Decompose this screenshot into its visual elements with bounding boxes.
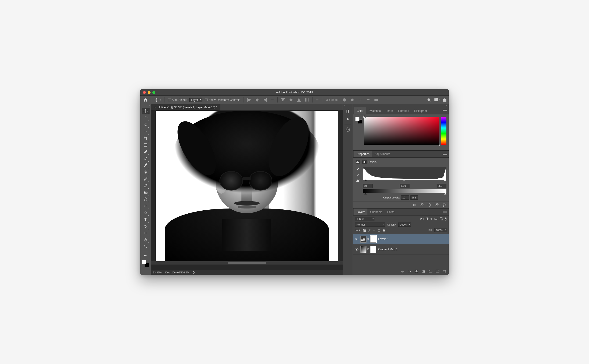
lock-transparent-icon[interactable]	[363, 229, 366, 232]
new-adjustment-icon[interactable]	[422, 270, 425, 273]
blend-mode-select[interactable]: Normal	[355, 222, 385, 227]
saturation-brightness-box[interactable]	[364, 117, 439, 145]
zoom-level[interactable]: 33.33%	[153, 271, 161, 274]
sample-white-eyedropper-icon[interactable]	[356, 167, 360, 171]
tab-libraries[interactable]: Libraries	[396, 107, 411, 114]
clip-to-layer-icon[interactable]	[412, 203, 416, 207]
doc-size[interactable]: Doc: 206.9M/206.9M	[165, 271, 189, 274]
output-white-slider[interactable]	[444, 193, 446, 195]
tab-paths[interactable]: Paths	[385, 208, 397, 215]
edit-toolbar[interactable]: ⋯	[142, 252, 150, 259]
tab-histogram[interactable]: Histogram	[412, 107, 429, 114]
filter-shape-icon[interactable]	[434, 217, 438, 221]
color-panel-menu[interactable]	[443, 110, 447, 112]
reset-icon[interactable]	[427, 203, 431, 207]
tab-adjustments[interactable]: Adjustments	[372, 151, 392, 157]
input-black-slider[interactable]	[365, 179, 367, 181]
close-window[interactable]	[143, 91, 146, 94]
sample-gray-eyedropper-icon[interactable]	[356, 173, 360, 177]
toggle-visibility-icon[interactable]	[420, 203, 424, 207]
lock-image-icon[interactable]	[368, 229, 371, 232]
share-icon[interactable]	[443, 98, 447, 102]
input-white-value[interactable]: 255	[437, 184, 446, 188]
lock-all-icon[interactable]	[382, 229, 385, 232]
align-left-icon[interactable]	[246, 98, 253, 102]
layer-name[interactable]: Levels 1	[378, 237, 389, 241]
dodge-tool[interactable]	[142, 203, 150, 209]
home-button[interactable]	[142, 98, 149, 102]
hand-tool[interactable]	[142, 236, 150, 243]
search-icon[interactable]	[427, 98, 431, 102]
clone-stamp-tool[interactable]	[142, 169, 150, 175]
adjustment-thumb[interactable]	[360, 246, 367, 253]
rectangle-tool[interactable]	[142, 230, 150, 236]
zoom-window[interactable]	[152, 91, 155, 94]
auto-select-target[interactable]: Layer	[189, 98, 202, 102]
layer-visibility-icon[interactable]	[355, 238, 359, 240]
move-tool[interactable]	[142, 108, 150, 114]
blur-tool[interactable]	[142, 196, 150, 202]
crop-tool[interactable]	[142, 135, 150, 142]
mask-link-icon[interactable]: ⧉	[368, 248, 369, 251]
delete-layer-icon[interactable]	[443, 270, 446, 273]
align-hcenter-icon[interactable]	[254, 98, 261, 102]
layers-panel-menu[interactable]	[443, 211, 447, 213]
fgbg-swatches[interactable]	[142, 260, 149, 267]
align-top-icon[interactable]	[280, 98, 287, 102]
brush-tool[interactable]	[142, 162, 150, 169]
tab-swatches[interactable]: Swatches	[366, 107, 383, 114]
align-more-icon[interactable]: ⋯	[269, 98, 275, 102]
navigator-wheel-icon[interactable]	[344, 126, 352, 133]
filter-type-icon[interactable]: T	[430, 217, 432, 221]
canvas[interactable]	[156, 111, 338, 261]
3d-pan-icon[interactable]	[357, 98, 364, 102]
healing-brush-tool[interactable]	[142, 155, 150, 162]
lock-artboard-icon[interactable]	[377, 229, 381, 232]
input-gamma-slider[interactable]	[403, 179, 405, 181]
3d-roll-icon[interactable]	[349, 98, 356, 102]
gradient-tool[interactable]	[142, 189, 150, 196]
3d-slide-icon[interactable]	[365, 98, 372, 102]
new-layer-icon[interactable]	[436, 270, 439, 273]
output-black-value[interactable]: 10	[401, 195, 409, 200]
filter-adjustment-icon[interactable]	[425, 217, 429, 221]
more-options-icon[interactable]: ⋯	[314, 98, 321, 102]
align-vcenter-icon[interactable]	[288, 98, 294, 102]
3d-camera-icon[interactable]	[373, 98, 380, 102]
brush-settings-icon[interactable]	[344, 108, 352, 115]
output-black-slider[interactable]	[364, 193, 367, 195]
color-fgbg-swatches[interactable]	[355, 117, 362, 124]
tab-learn[interactable]: Learn	[384, 107, 395, 114]
quick-select-tool[interactable]	[142, 128, 150, 135]
tab-channels[interactable]: Channels	[368, 208, 384, 215]
output-white-value[interactable]: 255	[410, 195, 418, 200]
layer-filter-kind[interactable]: Kind	[355, 217, 375, 221]
properties-panel-menu[interactable]	[443, 153, 447, 155]
layer-visibility-icon[interactable]	[355, 248, 359, 251]
preview-eye-icon[interactable]	[435, 203, 439, 207]
add-mask-icon[interactable]	[415, 270, 418, 273]
delete-adjustment-icon[interactable]	[442, 203, 446, 207]
layer-row[interactable]: ⧉ Levels 1	[353, 234, 449, 244]
opacity-value[interactable]: 100%	[398, 222, 411, 227]
right-collapse[interactable]: »	[353, 104, 449, 107]
tools-collapse[interactable]: »	[140, 104, 151, 108]
lock-position-icon[interactable]	[373, 229, 376, 232]
filter-smartobj-icon[interactable]	[439, 217, 443, 221]
mask-thumb[interactable]	[370, 236, 376, 243]
tab-properties[interactable]: Properties	[354, 151, 372, 157]
filter-pixel-icon[interactable]	[420, 217, 423, 221]
marquee-tool[interactable]	[142, 115, 150, 121]
frame-tool[interactable]	[142, 142, 150, 148]
align-right-icon[interactable]	[261, 98, 268, 102]
3d-orbit-icon[interactable]	[341, 98, 348, 102]
history-brush-tool[interactable]	[142, 176, 150, 182]
fill-value[interactable]: 100%	[434, 228, 447, 232]
output-gradient[interactable]	[363, 189, 446, 193]
auto-levels-icon[interactable]	[356, 179, 360, 182]
horizontal-scrollbar[interactable]	[151, 261, 343, 265]
foreground-color-swatch[interactable]	[142, 260, 146, 264]
adjustment-thumb[interactable]	[360, 236, 367, 243]
path-select-tool[interactable]	[142, 223, 150, 229]
hue-strip[interactable]	[441, 117, 446, 145]
